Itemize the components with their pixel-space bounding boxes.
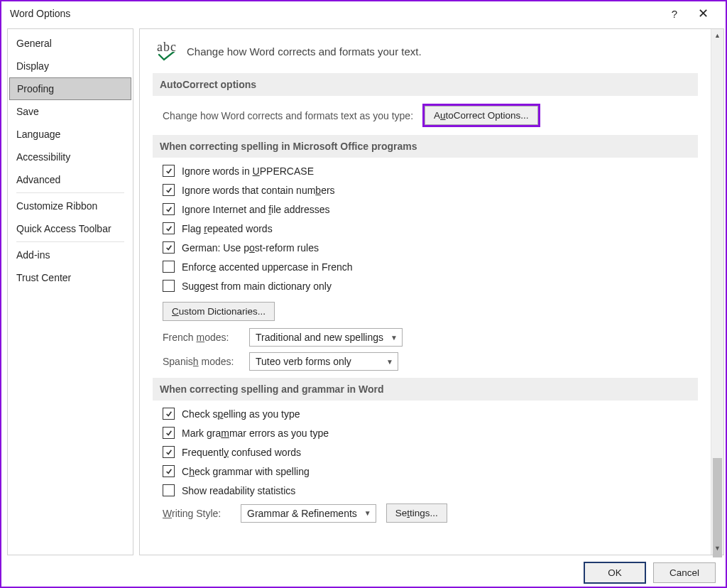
checkbox-label[interactable]: German: Use post-reform rules (182, 242, 319, 254)
sidebar-separator (16, 192, 124, 193)
checkbox-label[interactable]: Frequently confused words (182, 447, 301, 458)
sidebar-item-customize-ribbon[interactable]: Customize Ribbon (8, 195, 133, 217)
dialog-body: GeneralDisplayProofingSaveLanguageAccess… (1, 26, 726, 558)
sidebar-item-quick-access-toolbar[interactable]: Quick Access Toolbar (8, 217, 133, 240)
checkbox-label[interactable]: Check grammar with spelling (182, 466, 310, 477)
french-modes-combo[interactable]: Traditional and new spellings ▼ (249, 328, 403, 347)
checkbox[interactable] (163, 222, 175, 234)
office-option-4: German: Use post-reform rules (163, 241, 698, 254)
office-option-2: Ignore Internet and file addresses (163, 203, 698, 215)
autocorrect-options-button[interactable]: AutoCorrect Options... (425, 106, 538, 125)
vertical-scrollbar[interactable]: ▲ ▼ (711, 29, 723, 555)
window-title: Word Options (10, 8, 70, 19)
proofing-abc-icon: abc (157, 40, 177, 62)
word-option-1: Mark grammar errors as you type (163, 427, 698, 439)
autocorrect-desc: Change how Word corrects and formats tex… (163, 110, 413, 121)
office-option-0: Ignore words in UPPERCASE (163, 165, 698, 177)
custom-dictionaries-button[interactable]: Custom Dictionaries... (163, 302, 275, 321)
section-autocorrect: AutoCorrect options (153, 73, 698, 96)
category-sidebar: GeneralDisplayProofingSaveLanguageAccess… (7, 28, 133, 555)
page-header-text: Change how Word corrects and formats you… (187, 45, 422, 58)
office-option-1: Ignore words that contain numbers (163, 184, 698, 196)
dialog-footer: OK Cancel (1, 558, 726, 587)
word-option-0: Check spelling as you type (163, 408, 698, 420)
checkbox-label[interactable]: Mark grammar errors as you type (182, 428, 329, 439)
word-option-2: Frequently confused words (163, 446, 698, 458)
sidebar-item-general[interactable]: General (8, 32, 133, 55)
section-spelling-office: When correcting spelling in Microsoft Of… (153, 135, 698, 158)
main-panel-wrap: abc Change how Word corrects and formats… (139, 28, 724, 555)
office-option-5: Enforce accented uppercase in French (163, 261, 698, 273)
ok-button[interactable]: OK (584, 562, 646, 584)
french-modes-label: French modes: (163, 332, 241, 343)
checkbox[interactable] (163, 184, 175, 196)
spanish-modes-label: Spanish modes: (163, 356, 241, 367)
sidebar-item-add-ins[interactable]: Add-ins (8, 244, 133, 266)
checkbox[interactable] (163, 465, 175, 477)
word-options-dialog: Word Options ? ✕ GeneralDisplayProofingS… (0, 0, 727, 588)
writing-style-label: Writing Style: (163, 508, 231, 519)
sidebar-item-trust-center[interactable]: Trust Center (8, 266, 133, 289)
checkbox-label[interactable]: Ignore words in UPPERCASE (182, 165, 314, 177)
sidebar-item-advanced[interactable]: Advanced (8, 168, 133, 191)
checkbox[interactable] (163, 484, 175, 496)
writing-style-combo[interactable]: Grammar & Refinements ▼ (241, 504, 376, 523)
main-panel: abc Change how Word corrects and formats… (140, 29, 711, 555)
checkbox-label[interactable]: Ignore words that contain numbers (182, 185, 335, 196)
sidebar-item-display[interactable]: Display (8, 55, 133, 77)
checkbox-label[interactable]: Show readability statistics (182, 485, 295, 496)
section-spelling-word: When correcting spelling and grammar in … (153, 378, 698, 401)
sidebar-item-accessibility[interactable]: Accessibility (8, 146, 133, 168)
chevron-down-icon: ▼ (364, 509, 371, 517)
cancel-button[interactable]: Cancel (653, 562, 716, 583)
checkbox-label[interactable]: Ignore Internet and file addresses (182, 204, 330, 215)
checkbox-label[interactable]: Flag repeated words (182, 223, 273, 234)
checkbox[interactable] (163, 446, 175, 458)
checkbox[interactable] (163, 280, 175, 292)
close-icon[interactable]: ✕ (689, 6, 717, 21)
sidebar-item-proofing[interactable]: Proofing (9, 77, 131, 100)
chevron-down-icon: ▼ (390, 334, 398, 342)
checkbox[interactable] (163, 408, 175, 420)
page-header: abc Change how Word corrects and formats… (157, 40, 698, 62)
checkbox[interactable] (163, 203, 175, 215)
office-option-3: Flag repeated words (163, 222, 698, 234)
titlebar: Word Options ? ✕ (1, 1, 726, 26)
chevron-down-icon: ▼ (386, 358, 393, 366)
scroll-up-icon[interactable]: ▲ (711, 29, 723, 42)
checkbox[interactable] (163, 241, 175, 254)
checkbox[interactable] (163, 261, 175, 273)
scroll-down-icon[interactable]: ▼ (711, 542, 723, 555)
checkbox-label[interactable]: Suggest from main dictionary only (182, 281, 332, 292)
sidebar-item-language[interactable]: Language (8, 123, 133, 146)
office-option-6: Suggest from main dictionary only (163, 280, 698, 292)
sidebar-item-save[interactable]: Save (8, 100, 133, 123)
help-icon[interactable]: ? (660, 8, 689, 20)
spanish-modes-combo[interactable]: Tuteo verb forms only ▼ (249, 352, 398, 371)
checkbox[interactable] (163, 427, 175, 439)
checkbox-label[interactable]: Enforce accented uppercase in French (182, 261, 353, 273)
word-option-3: Check grammar with spelling (163, 465, 698, 477)
word-option-4: Show readability statistics (163, 484, 698, 496)
checkbox-label[interactable]: Check spelling as you type (182, 408, 300, 420)
writing-style-settings-button[interactable]: Settings... (386, 503, 447, 523)
checkbox[interactable] (163, 165, 175, 177)
sidebar-separator (16, 241, 124, 242)
